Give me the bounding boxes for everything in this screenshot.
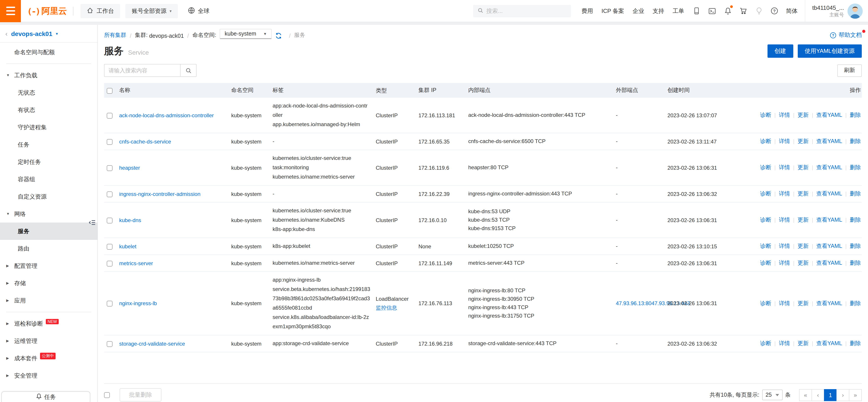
sidebar-item-服务[interactable]: 服务 (0, 223, 97, 240)
refresh-icon[interactable] (275, 32, 282, 39)
action-诊断[interactable]: 诊断 (760, 217, 771, 223)
topbar-nav-item[interactable]: ICP 备案 (601, 7, 624, 15)
action-删除[interactable]: 删除 (850, 217, 861, 223)
service-name-link[interactable]: kube-dns (119, 217, 141, 223)
bell-icon[interactable] (724, 7, 732, 15)
sidebar-item-守护进程集[interactable]: 守护进程集 (0, 119, 97, 136)
account-menu[interactable]: tb411045_... 主账号 (805, 0, 868, 22)
page-button-‹[interactable]: ‹ (811, 389, 825, 401)
collapse-sidebar-icon[interactable] (89, 220, 96, 228)
select-all-checkbox[interactable] (107, 88, 113, 94)
action-诊断[interactable]: 诊断 (760, 243, 771, 249)
action-诊断[interactable]: 诊断 (760, 164, 771, 171)
action-详情[interactable]: 详情 (779, 300, 790, 306)
action-诊断[interactable]: 诊断 (760, 260, 771, 266)
service-name-link[interactable]: kubelet (119, 243, 136, 249)
action-删除[interactable]: 删除 (850, 300, 861, 306)
action-查看YAML[interactable]: 查看YAML (816, 112, 842, 118)
app-icon[interactable] (692, 7, 701, 15)
action-详情[interactable]: 详情 (779, 164, 790, 171)
sidebar-group-配置管理[interactable]: ▶配置管理 (0, 257, 97, 274)
service-name-link[interactable]: nginx-ingress-lb (119, 300, 157, 306)
monitor-info-link[interactable]: 监控信息 (376, 305, 397, 311)
action-查看YAML[interactable]: 查看YAML (816, 191, 842, 197)
refresh-button[interactable]: 刷新 (837, 64, 862, 77)
action-诊断[interactable]: 诊断 (760, 340, 771, 346)
action-查看YAML[interactable]: 查看YAML (816, 260, 842, 266)
bulb-icon[interactable] (755, 7, 763, 15)
sidebar-group-运维管理[interactable]: ▶运维管理 (0, 332, 97, 349)
sidebar-item-定时任务[interactable]: 定时任务 (0, 153, 97, 171)
action-删除[interactable]: 删除 (850, 191, 861, 197)
action-详情[interactable]: 详情 (779, 191, 790, 197)
service-name-link[interactable]: heapster (119, 165, 140, 171)
action-删除[interactable]: 删除 (850, 112, 861, 118)
sidebar-item-任务[interactable]: 任务 (0, 136, 97, 153)
create-button[interactable]: 创建 (767, 44, 793, 58)
row-checkbox[interactable] (107, 139, 113, 144)
action-查看YAML[interactable]: 查看YAML (816, 138, 842, 144)
create-yaml-button[interactable]: 使用YAML创建资源 (798, 44, 862, 58)
action-查看YAML[interactable]: 查看YAML (816, 300, 842, 306)
namespace-dropdown[interactable]: kube-system ▼ (220, 29, 272, 39)
cluster-switcher[interactable]: ‹ devops-ack01 ▾ (0, 25, 97, 43)
action-删除[interactable]: 删除 (850, 164, 861, 171)
sidebar-group-成本套件[interactable]: ▶成本套件公测中 (0, 349, 97, 367)
row-checkbox[interactable] (107, 341, 113, 347)
help-doc-link[interactable]: ? 帮助文档 (830, 31, 862, 39)
action-更新[interactable]: 更新 (798, 164, 809, 171)
sidebar-group-巡检和诊断[interactable]: ▶巡检和诊断NEW (0, 315, 97, 332)
select-all-checkbox[interactable] (104, 392, 110, 398)
sidebar-item-自定义资源[interactable]: 自定义资源 (0, 188, 97, 205)
action-更新[interactable]: 更新 (798, 112, 809, 118)
help-circle-icon[interactable]: ? (770, 7, 778, 15)
external-endpoint-link[interactable]: 47.93.96.13:80 (616, 300, 651, 306)
action-删除[interactable]: 删除 (850, 243, 861, 249)
topbar-search[interactable] (473, 5, 571, 17)
page-button-1[interactable]: 1 (824, 389, 837, 401)
action-查看YAML[interactable]: 查看YAML (816, 243, 842, 249)
topbar-nav-item[interactable]: 企业 (632, 7, 644, 15)
sidebar-group-工作负载[interactable]: ▼工作负载 (0, 67, 97, 84)
service-name-link[interactable]: cnfs-cache-ds-service (119, 138, 171, 144)
topbar-nav-item[interactable]: 工单 (673, 7, 684, 15)
row-checkbox[interactable] (107, 112, 113, 119)
batch-delete-button[interactable]: 批量删除 (120, 388, 161, 402)
region-selector[interactable]: 全球 (188, 6, 210, 15)
action-详情[interactable]: 详情 (779, 138, 790, 144)
sidebar-item-路由[interactable]: 路由 (0, 240, 97, 257)
action-删除[interactable]: 删除 (850, 340, 861, 346)
breadcrumb-all-clusters[interactable]: 所有集群 (104, 32, 126, 39)
workbench-button[interactable]: 工作台 (81, 4, 120, 18)
action-更新[interactable]: 更新 (798, 300, 809, 306)
terminal-icon[interactable] (708, 7, 716, 15)
action-更新[interactable]: 更新 (798, 217, 809, 223)
service-name-link[interactable]: metrics-server (119, 260, 153, 266)
row-checkbox[interactable] (107, 165, 113, 171)
topbar-search-input[interactable] (486, 7, 566, 14)
action-更新[interactable]: 更新 (798, 191, 809, 197)
sidebar-item-容器组[interactable]: 容器组 (0, 171, 97, 188)
topbar-nav-item[interactable]: 支持 (653, 7, 664, 15)
sidebar-group-存储[interactable]: ▶存储 (0, 274, 97, 292)
action-查看YAML[interactable]: 查看YAML (816, 340, 842, 346)
service-name-link[interactable]: ingress-nginx-controller-admission (119, 191, 200, 197)
action-更新[interactable]: 更新 (798, 260, 809, 266)
action-更新[interactable]: 更新 (798, 138, 809, 144)
action-查看YAML[interactable]: 查看YAML (816, 164, 842, 171)
page-button-›[interactable]: › (836, 389, 849, 401)
action-诊断[interactable]: 诊断 (760, 138, 771, 144)
action-诊断[interactable]: 诊断 (760, 300, 771, 306)
hamburger-menu-icon[interactable] (0, 0, 21, 22)
service-name-link[interactable]: ack-node-local-dns-admission-controller (119, 112, 214, 119)
topbar-nav-item[interactable]: 费用 (581, 7, 593, 15)
account-scope-dropdown[interactable]: 账号全部资源 ▾ (126, 4, 178, 18)
row-checkbox[interactable] (107, 301, 113, 306)
action-更新[interactable]: 更新 (798, 243, 809, 249)
action-诊断[interactable]: 诊断 (760, 191, 771, 197)
action-删除[interactable]: 删除 (850, 260, 861, 266)
action-查看YAML[interactable]: 查看YAML (816, 217, 842, 223)
avatar[interactable] (847, 3, 863, 19)
sidebar-group-安全管理[interactable]: ▶安全管理 (0, 367, 97, 384)
language-selector[interactable]: 简体 (786, 7, 798, 15)
